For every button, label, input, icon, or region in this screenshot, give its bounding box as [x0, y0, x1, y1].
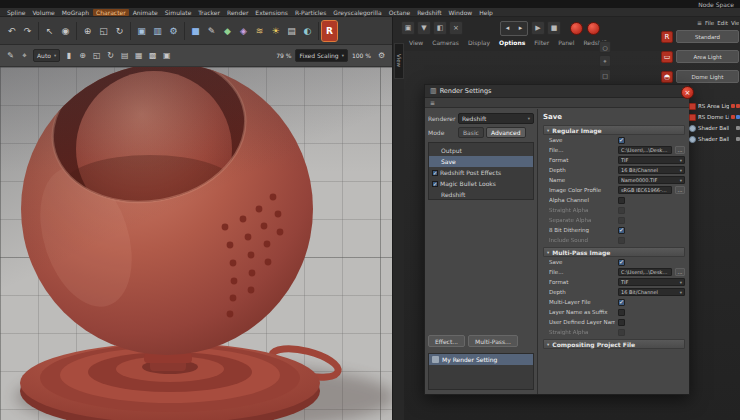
layer-name-as-suffix-checkbox[interactable] — [618, 309, 625, 316]
depth-select[interactable]: 16 Bit/Channel▾ — [618, 288, 685, 296]
menu-octane[interactable]: Octane — [386, 9, 414, 16]
file-browse-button[interactable]: ... — [675, 146, 685, 154]
menu-simulate[interactable]: Simulate — [162, 9, 195, 16]
menu-tracker[interactable]: Tracker — [195, 9, 223, 16]
snapshot-icon[interactable]: ▣ — [401, 21, 415, 35]
tree-item-redshift-post-effects[interactable]: ✓Redshift Post Effects — [429, 167, 533, 178]
image-color-profile-browse-button[interactable]: ... — [675, 186, 685, 194]
clear-snapshot-icon[interactable]: × — [449, 21, 463, 35]
object-item-rs-area-light[interactable]: RS Area Light — [689, 101, 740, 111]
objects-menu-edit[interactable]: Edit — [717, 20, 728, 26]
zoom-tool-icon[interactable]: ○ — [599, 41, 611, 53]
user-defined-layer-name-checkbox[interactable] — [618, 319, 625, 326]
mograph-icon[interactable]: ◆ — [220, 21, 235, 41]
dialog-titlebar[interactable]: ▥ Render Settings — [425, 85, 689, 98]
separate-alpha-checkbox[interactable] — [618, 217, 625, 224]
deformer-icon[interactable]: ◈ — [236, 21, 251, 41]
object-item-shader-ball[interactable]: Shader Ball — [689, 134, 740, 144]
save-checkbox[interactable]: ✓ — [618, 259, 625, 266]
hamburger-menu-icon[interactable]: ≡ — [430, 99, 435, 106]
render-view-side-tab[interactable]: View — [394, 43, 404, 79]
zoom-view-icon[interactable]: ◱ — [90, 48, 103, 63]
move-icon[interactable]: ⊕ — [80, 21, 95, 41]
render-picture-viewer-icon[interactable]: ▥ — [150, 21, 165, 41]
dome-light-button[interactable]: Dome Light — [676, 70, 739, 83]
multi-layer-file-checkbox[interactable]: ✓ — [618, 299, 625, 306]
format-select[interactable]: TIF▾ — [618, 156, 685, 164]
include-sound-checkbox[interactable] — [618, 237, 625, 244]
render-button[interactable] — [587, 22, 600, 35]
tag-dot[interactable] — [736, 137, 740, 141]
section-header-multi-pass-image[interactable]: ▾Multi-Pass Image — [543, 247, 685, 257]
tree-checkbox-magic-bullet-looks[interactable]: ✓ — [432, 181, 438, 187]
snapshot-save-icon[interactable]: ▼ — [417, 21, 431, 35]
rotate-icon[interactable]: ↻ — [112, 21, 127, 41]
rv-tab-filter[interactable]: Filter — [534, 39, 549, 46]
tree-item-redshift[interactable]: Redshift — [429, 189, 533, 200]
tag-dot[interactable] — [736, 126, 740, 130]
projection-auto-dropdown[interactable]: Auto▾ — [33, 49, 60, 62]
straight-alpha-checkbox[interactable] — [618, 329, 625, 336]
menu-mograph[interactable]: MoGraph — [59, 9, 92, 16]
render-preset-item[interactable]: My Render Setting — [429, 354, 533, 365]
menu-animate[interactable]: Animate — [130, 9, 161, 16]
file-field[interactable]: C:\Users\...\Desktop\Redshift Render Dem… — [618, 146, 672, 154]
camera-icon[interactable]: ▤ — [284, 21, 299, 41]
pen-spline-icon[interactable]: ✎ — [204, 21, 219, 41]
depth-select[interactable]: 16 Bit/Channel▾ — [618, 166, 685, 174]
tree-item-output[interactable]: Output — [429, 145, 533, 156]
rv-tab-display[interactable]: Display — [468, 39, 490, 46]
environment-icon[interactable]: ◐ — [300, 21, 315, 41]
grid-icon[interactable]: ▩ — [146, 48, 159, 63]
renderer-dropdown[interactable]: Redshift ▾ — [458, 113, 534, 124]
undo-icon[interactable]: ↶ — [4, 21, 19, 41]
live-selection-icon[interactable]: ◉ — [58, 21, 73, 41]
image-color-profile-field[interactable]: sRGB IEC61966-2.1 — [618, 186, 672, 194]
lock-icon[interactable]: ▮ — [62, 48, 75, 63]
menu-extensions[interactable]: Extensions — [252, 9, 291, 16]
tree-checkbox-redshift-post-effects[interactable]: ✓ — [432, 170, 438, 176]
8-bit-dithering-checkbox[interactable]: ✓ — [618, 227, 625, 234]
pan-view-icon[interactable]: ⊕ — [76, 48, 89, 63]
menu-greyscalegorilla[interactable]: Greyscalegorilla — [330, 9, 384, 16]
pen-icon[interactable]: ✎ — [4, 48, 17, 63]
tag-dot[interactable] — [736, 115, 740, 119]
menu-spline[interactable]: Spline — [4, 9, 28, 16]
selection-arrow-icon[interactable]: ↖ — [42, 21, 57, 41]
mode-advanced-button[interactable]: Advanced — [486, 127, 526, 138]
node-space-selector[interactable]: Node Space — [698, 1, 734, 8]
file-browse-button[interactable]: ... — [675, 268, 685, 276]
redshift-icon[interactable]: R — [322, 21, 337, 41]
object-item-shader-ball[interactable]: Shader Ball — [689, 123, 740, 133]
menu-r-particles[interactable]: R-Particles — [292, 9, 329, 16]
effect-button[interactable]: Effect... — [428, 335, 465, 347]
straight-alpha-checkbox[interactable] — [618, 207, 625, 214]
menu-volume[interactable]: Volume — [29, 9, 57, 16]
prev-frame-icon[interactable]: ◂ — [501, 22, 514, 35]
camera-view-icon[interactable]: ▤ — [118, 48, 131, 63]
scaling-mode-dropdown[interactable]: Fixed Scaling▾ — [295, 49, 347, 62]
viewport-3d[interactable] — [0, 67, 392, 420]
objects-menu-file[interactable]: File — [705, 20, 714, 26]
standard-button[interactable]: Standard — [676, 30, 739, 43]
rv-tab-cameras[interactable]: Cameras — [432, 39, 459, 46]
objects-menu-view[interactable]: View — [731, 20, 739, 26]
safe-frame-icon[interactable]: ▣ — [160, 48, 173, 63]
mode-basic-button[interactable]: Basic — [458, 127, 484, 138]
save-checkbox[interactable]: ✓ — [618, 137, 625, 144]
format-select[interactable]: TIF▾ — [618, 278, 685, 286]
object-item-rs-dome-light[interactable]: RS Dome Light — [689, 112, 740, 122]
menu-render[interactable]: Render — [224, 9, 251, 16]
tree-item-magic-bullet-looks[interactable]: ✓Magic Bullet Looks — [429, 178, 533, 189]
menu-character[interactable]: Character — [93, 9, 129, 16]
play-icon[interactable]: ▶ — [531, 21, 545, 35]
render-settings-icon[interactable]: ⚙ — [166, 21, 181, 41]
section-header-compositing-project-file[interactable]: ▾Compositing Project File — [543, 339, 685, 349]
region-render-icon[interactable]: □ — [599, 69, 611, 81]
field-icon[interactable]: ≋ — [252, 21, 267, 41]
multi-pass-button[interactable]: Multi-Pass... — [468, 335, 518, 347]
start-ipr-button[interactable] — [570, 22, 583, 35]
rv-tab-options[interactable]: Options — [499, 39, 525, 46]
axis-center-icon[interactable]: ⌖ — [18, 48, 31, 63]
cube-primitive-icon[interactable]: ■ — [188, 21, 203, 41]
